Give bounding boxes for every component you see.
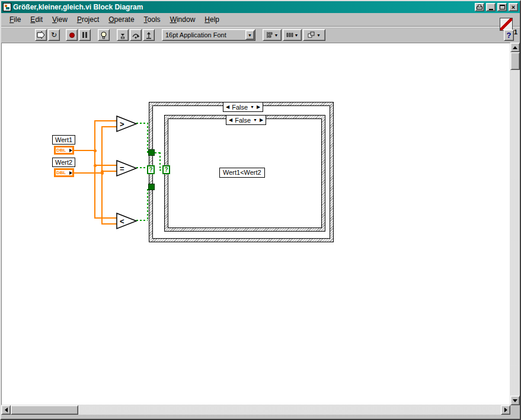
scroll-left-button[interactable]	[1, 405, 11, 415]
arrow-right-icon	[504, 408, 507, 412]
boolean-wire[interactable]	[136, 123, 148, 124]
run-continuously-icon: ↻	[51, 31, 57, 39]
step-out-button[interactable]	[143, 29, 155, 41]
numeric-wire[interactable]	[73, 150, 95, 151]
wire-junction-dot	[94, 149, 97, 152]
scroll-right-button[interactable]	[501, 405, 510, 415]
numeric-wire[interactable]	[73, 172, 103, 174]
font-selector-value: 16pt Application Font	[162, 31, 245, 39]
lightbulb-icon	[100, 31, 108, 39]
wire-junction-dot	[101, 172, 104, 175]
numeric-wire[interactable]	[95, 217, 117, 219]
help-icon: ?	[507, 31, 512, 40]
boolean-wire[interactable]	[136, 167, 147, 168]
equal-symbol: =	[120, 164, 124, 173]
align-objects-dropdown[interactable]: ▼	[263, 29, 282, 41]
abort-button[interactable]	[66, 29, 78, 41]
numeric-wire[interactable]	[103, 171, 117, 172]
vertical-scroll-thumb[interactable]	[510, 52, 520, 70]
highlight-execution-button[interactable]	[98, 29, 110, 41]
font-selector-dropdown-button[interactable]: ▼	[245, 30, 254, 40]
vertical-scrollbar[interactable]	[510, 43, 520, 405]
dbl-type-label: DBL	[56, 148, 66, 153]
toolbar: ↻	[1, 27, 520, 43]
window-title: Größer,kleiner,gleich.vi Block Diagram	[13, 3, 473, 11]
boolean-wire[interactable]	[136, 220, 148, 221]
reorder-objects-icon	[308, 31, 315, 39]
step-over-button[interactable]	[130, 29, 142, 41]
next-case-icon[interactable]: ▶	[257, 105, 260, 110]
step-into-button[interactable]	[117, 29, 129, 41]
run-button[interactable]	[35, 29, 47, 41]
inner-case-selector-label[interactable]: ◀ False ▼ ▶	[226, 115, 266, 125]
app-icon[interactable]	[3, 3, 11, 11]
close-icon: ×	[512, 4, 515, 10]
run-arrow-icon	[37, 31, 45, 39]
step-into-icon	[119, 31, 127, 39]
wert2-label[interactable]: Wert2	[52, 158, 75, 167]
tunnel[interactable]	[148, 149, 155, 156]
wert1-terminal[interactable]: DBL	[54, 146, 74, 155]
pause-button[interactable]	[79, 29, 91, 41]
print-button[interactable]	[475, 3, 484, 11]
previous-case-icon[interactable]: ◀	[226, 105, 229, 110]
scroll-up-button[interactable]	[510, 43, 520, 52]
equal-node[interactable]: =	[116, 160, 138, 177]
chevron-down-icon: ▼	[248, 33, 252, 37]
menu-file[interactable]: File	[5, 14, 25, 25]
chevron-down-icon: ▼	[295, 33, 299, 37]
close-button[interactable]: ×	[509, 3, 518, 11]
less-node[interactable]: <	[116, 213, 138, 229]
menu-project[interactable]: Project	[72, 14, 104, 25]
numeric-wire[interactable]	[94, 120, 95, 219]
numeric-wire[interactable]	[103, 223, 117, 225]
menu-bar: File Edit View Project Operate Tools Win…	[1, 13, 520, 27]
greater-node[interactable]: >	[116, 116, 138, 132]
case-dropdown-icon[interactable]: ▼	[253, 118, 257, 122]
abort-icon	[69, 33, 75, 38]
menu-operate[interactable]: Operate	[104, 14, 139, 25]
outer-case-selector-terminal[interactable]: ?	[147, 165, 155, 174]
menu-tools[interactable]: Tools	[139, 14, 165, 25]
minimize-button[interactable]	[486, 3, 496, 11]
outer-case-selector-label[interactable]: ◀ False ▼ ▶	[223, 102, 263, 112]
tunnel[interactable]	[148, 184, 155, 190]
numeric-wire[interactable]	[101, 126, 103, 225]
printer-icon	[477, 5, 482, 10]
maximize-button[interactable]	[497, 3, 507, 11]
font-selector[interactable]: 16pt Application Font ▼	[162, 29, 255, 41]
terminal-arrow-icon	[69, 171, 72, 175]
greater-symbol: >	[120, 120, 124, 129]
menu-window[interactable]: Window	[165, 14, 200, 25]
menu-edit[interactable]: Edit	[25, 14, 47, 25]
inner-case-value: False	[235, 117, 251, 124]
block-diagram-canvas[interactable]: Wert1 DBL Wert2 DBL > = <	[1, 43, 510, 405]
case-dropdown-icon[interactable]: ▼	[250, 105, 254, 109]
maximize-icon	[500, 5, 505, 9]
boolean-wire[interactable]	[147, 189, 148, 221]
distribute-objects-dropdown[interactable]: ▼	[283, 29, 302, 41]
numeric-wire[interactable]	[95, 165, 117, 166]
string-constant[interactable]: Wert1<Wert2	[219, 168, 265, 178]
reorder-objects-dropdown[interactable]: ▼	[303, 29, 325, 41]
horizontal-scrollbar[interactable]	[1, 405, 510, 415]
next-case-icon[interactable]: ▶	[260, 118, 263, 123]
run-continuously-button[interactable]: ↻	[48, 29, 60, 41]
boolean-wire[interactable]	[159, 152, 161, 171]
wert1-label[interactable]: Wert1	[52, 135, 75, 145]
menu-help[interactable]: Help	[200, 14, 224, 25]
scrollbar-corner	[510, 405, 520, 415]
numeric-wire[interactable]	[103, 126, 117, 127]
outer-case-value: False	[232, 104, 248, 111]
previous-case-icon[interactable]: ◀	[229, 118, 232, 123]
horizontal-scroll-thumb[interactable]	[11, 405, 78, 415]
scroll-down-button[interactable]	[510, 396, 520, 405]
context-help-button[interactable]: ?	[504, 30, 514, 41]
dbl-type-label: DBL	[56, 170, 66, 175]
inner-case-selector-terminal[interactable]: ?	[162, 165, 170, 174]
title-bar[interactable]: Größer,kleiner,gleich.vi Block Diagram ×	[1, 1, 520, 13]
menu-view[interactable]: View	[47, 14, 72, 25]
numeric-wire[interactable]	[95, 120, 117, 121]
wert2-terminal[interactable]: DBL	[54, 168, 74, 177]
arrow-left-icon	[5, 408, 8, 412]
